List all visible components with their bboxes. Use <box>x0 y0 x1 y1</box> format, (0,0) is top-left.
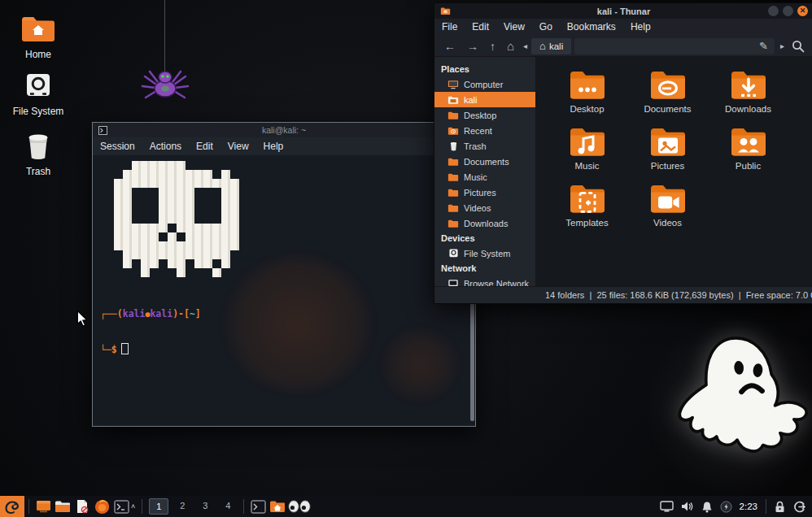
home-folder-icon <box>269 500 286 513</box>
display-settings-icon[interactable] <box>660 501 674 512</box>
terminal-menu-actions[interactable]: Actions <box>142 138 189 155</box>
file-item-public[interactable]: Public <box>708 124 788 180</box>
sidebar-item-label: Pictures <box>464 188 496 198</box>
pictures-folder-icon <box>648 124 688 158</box>
desktop-icon-home[interactable]: Home <box>7 13 69 60</box>
thunar-menu-file[interactable]: File <box>434 19 465 36</box>
sidebar-item-videos[interactable]: Videos <box>434 200 535 215</box>
thunar-titlebar[interactable]: kali - Thunar ✕ <box>434 3 812 19</box>
forward-button[interactable]: → <box>462 37 483 55</box>
spider-decoration <box>140 63 190 102</box>
terminal-menu-help[interactable]: Help <box>256 138 291 155</box>
launcher-show-desktop[interactable] <box>33 497 53 516</box>
taskbar: ˄ 1234 2:23 <box>0 496 812 517</box>
file-item-downloads[interactable]: Downloads <box>708 67 788 124</box>
launcher-text-editor[interactable] <box>72 497 92 516</box>
system-tray: 2:23 <box>660 499 812 514</box>
terminal-title: kali@kali: ~ <box>93 125 475 135</box>
notifications-bell-icon[interactable] <box>701 501 713 513</box>
sidebar-item-desktop[interactable]: Desktop <box>434 107 535 123</box>
sidebar-item-browse-network[interactable]: Browse Network <box>434 276 535 286</box>
terminal-icon <box>114 500 129 514</box>
recent-icon <box>447 126 459 136</box>
home-folder-icon <box>7 13 69 44</box>
terminal-menu-edit[interactable]: Edit <box>189 138 220 155</box>
minimize-button[interactable] <box>768 6 779 16</box>
thunar-sidebar: PlacesComputerkaliDesktopRecentTrashDocu… <box>434 57 535 286</box>
desktop-icon-trash[interactable]: Trash <box>7 130 69 177</box>
folder-icon <box>447 172 459 182</box>
sidebar-item-label: Downloads <box>464 219 508 228</box>
power-manager-icon[interactable] <box>720 501 732 513</box>
breadcrumb-kali[interactable]: ⌂ kali <box>531 38 571 54</box>
sidebar-item-pictures[interactable]: Pictures <box>434 185 535 200</box>
edit-path-icon[interactable]: ✎ <box>759 40 775 52</box>
sidebar-item-trash[interactable]: Trash <box>434 138 535 154</box>
desktop-icon-filesystem[interactable]: File System <box>7 70 69 117</box>
screen-icon <box>36 500 51 513</box>
thunar-menu-go[interactable]: Go <box>532 19 560 36</box>
document-icon <box>76 499 89 514</box>
workspace-3[interactable]: 3 <box>196 498 214 513</box>
window-button-terminal[interactable] <box>248 497 268 516</box>
file-item-videos[interactable]: Videos <box>627 180 708 237</box>
workspace-1[interactable]: 1 <box>149 498 168 515</box>
path-scroll-right-button[interactable]: ▸ <box>778 37 787 55</box>
file-item-pictures[interactable]: Pictures <box>627 124 708 180</box>
downloads-folder-icon <box>729 67 768 101</box>
drive-icon <box>447 248 459 258</box>
volume-icon[interactable] <box>681 501 694 512</box>
thunar-menu-view[interactable]: View <box>496 19 532 36</box>
clock[interactable]: 2:23 <box>740 502 757 511</box>
file-item-label: Music <box>574 161 599 171</box>
sidebar-item-label: File System <box>464 249 510 258</box>
folder-open-icon <box>447 95 459 105</box>
maximize-button[interactable] <box>783 6 793 16</box>
path-scroll-left-button[interactable]: ◂ <box>521 37 530 55</box>
terminal-menu-view[interactable]: View <box>220 138 256 155</box>
applications-menu-button[interactable] <box>0 496 24 517</box>
folder-icon <box>447 157 459 167</box>
thunar-menu-edit[interactable]: Edit <box>465 19 496 36</box>
videos-folder-icon <box>648 180 688 215</box>
workspace-2[interactable]: 2 <box>173 498 191 513</box>
launcher-firefox[interactable] <box>92 497 111 516</box>
home-button[interactable]: ⌂ <box>502 37 519 55</box>
back-button[interactable]: ← <box>439 37 461 55</box>
file-item-label: Public <box>736 161 761 171</box>
logout-icon[interactable] <box>792 501 805 513</box>
sidebar-item-music[interactable]: Music <box>434 169 535 185</box>
sidebar-item-kali[interactable]: kali <box>434 92 535 107</box>
up-button[interactable]: ↑ <box>485 37 500 55</box>
launcher-terminal[interactable] <box>111 497 131 516</box>
folder-icon <box>447 219 459 228</box>
sidebar-item-computer[interactable]: Computer <box>434 76 535 92</box>
sidebar-item-downloads[interactable]: Downloads <box>434 215 535 231</box>
thunar-window: kali - Thunar ✕ FileEditViewGoBookmarksH… <box>434 2 812 304</box>
file-item-music[interactable]: Music <box>547 124 627 180</box>
terminal-content[interactable]: ┌──(kali●kali)-[~] └─$ <box>93 155 475 424</box>
file-item-templates[interactable]: Templates <box>547 180 627 237</box>
lock-icon[interactable] <box>775 501 785 513</box>
launcher-dropdown-chevron[interactable]: ˄ <box>131 502 135 510</box>
sidebar-item-recent[interactable]: Recent <box>434 123 535 138</box>
prompt-segment: kali <box>123 308 146 319</box>
terminal-menu-session[interactable]: Session <box>93 138 142 155</box>
file-item-label: Downloads <box>725 104 771 114</box>
sidebar-item-documents[interactable]: Documents <box>434 154 535 169</box>
sidebar-header-network: Network <box>434 261 535 276</box>
search-icon[interactable] <box>792 40 805 53</box>
workspace-4[interactable]: 4 <box>219 498 237 513</box>
close-button[interactable]: ✕ <box>797 6 808 16</box>
file-item-documents[interactable]: Documents <box>627 67 708 124</box>
thunar-menu-bookmarks[interactable]: Bookmarks <box>560 19 623 36</box>
terminal-titlebar[interactable]: kali@kali: ~ <box>93 123 475 137</box>
sidebar-item-label: Videos <box>464 203 491 213</box>
thunar-menu-help[interactable]: Help <box>623 19 658 36</box>
launcher-file-manager[interactable] <box>53 497 72 516</box>
file-item-desktop[interactable]: Desktop <box>547 67 627 124</box>
public-folder-icon <box>729 124 768 158</box>
sidebar-item-file-system[interactable]: File System <box>434 245 535 261</box>
window-button-thunar[interactable] <box>268 497 287 516</box>
path-entry-area[interactable]: ✎ <box>574 38 775 54</box>
